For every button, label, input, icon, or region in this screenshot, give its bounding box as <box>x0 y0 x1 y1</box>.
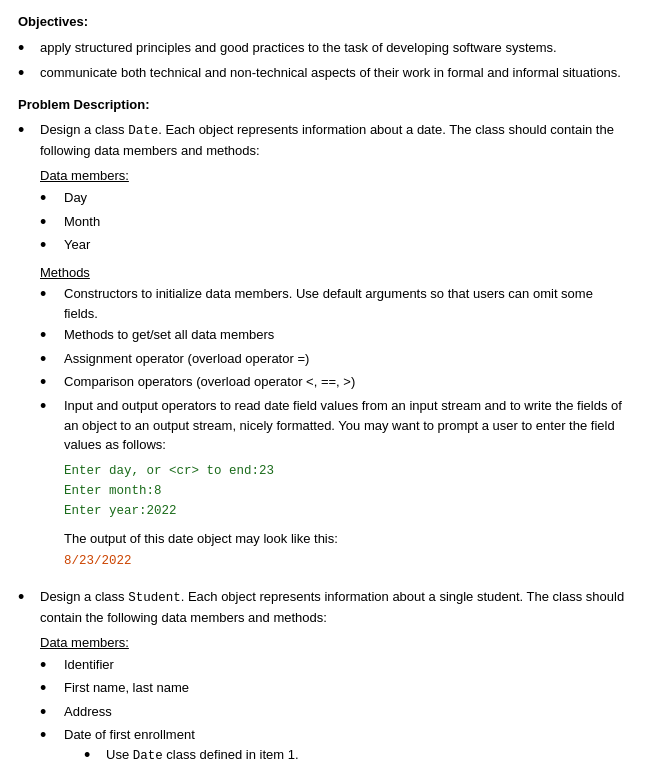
code-line-1: Enter day, or <cr> to end:23 <box>64 461 628 481</box>
list-item: • apply structured principles and good p… <box>18 38 628 60</box>
student-class-code: Student <box>128 591 181 605</box>
date-class-content: Design a class Date. Each object represe… <box>40 120 628 577</box>
student-dm-0: Identifier <box>64 655 628 675</box>
list-item: • Identifier <box>40 655 628 677</box>
code-block: Enter day, or <cr> to end:23 Enter month… <box>64 461 628 521</box>
bullet-icon: • <box>40 725 60 747</box>
date-data-members: Data members: • Day • Month • Year <box>40 166 628 256</box>
method-1: Constructors to initialize data members.… <box>64 284 628 323</box>
data-members-list: • Day • Month • Year <box>40 188 628 257</box>
data-members-title: Data members: <box>40 166 628 186</box>
list-item: • Date of first enrollment • Use Date cl… <box>40 725 628 767</box>
student-intro-text: Design a class Student. Each object repr… <box>40 589 624 625</box>
student-data-members-list: • Identifier • First name, last name • A… <box>40 655 628 768</box>
student-dm-3-sub-1: Use Date class defined in item 1. <box>106 745 628 766</box>
bullet-icon: • <box>18 63 36 85</box>
date-intro-text: Design a class Date. Each object represe… <box>40 122 614 158</box>
problem-description-section: Problem Description: • Design a class Da… <box>18 95 628 767</box>
data-member-day: Day <box>64 188 628 208</box>
method-3: Assignment operator (overload operator =… <box>64 349 628 369</box>
list-item: • communicate both technical and non-tec… <box>18 63 628 85</box>
student-dm-3-text: Date of first enrollment <box>64 727 195 742</box>
student-dm-3-sub: • Use Date class defined in item 1. <box>84 745 628 767</box>
bullet-icon: • <box>40 212 60 234</box>
bullet-icon: • <box>40 349 60 371</box>
output-note: The output of this date object may look … <box>64 529 628 549</box>
bullet-icon: • <box>40 235 60 257</box>
problem-description-title: Problem Description: <box>18 95 628 115</box>
list-item: • Methods to get/set all data members <box>40 325 628 347</box>
bullet-icon: • <box>40 284 60 306</box>
code-line-3: Enter year:2022 <box>64 501 628 521</box>
list-item: • Day <box>40 188 628 210</box>
data-member-year: Year <box>64 235 628 255</box>
data-member-month: Month <box>64 212 628 232</box>
objectives-title: Objectives: <box>18 12 628 32</box>
bullet-icon: • <box>40 188 60 210</box>
bullet-icon: • <box>40 655 60 677</box>
bullet-icon: • <box>40 702 60 724</box>
date-class-code: Date <box>128 124 158 138</box>
bullet-icon: • <box>84 745 102 767</box>
objectives-section: Objectives: • apply structured principle… <box>18 12 628 85</box>
list-item: • Use Date class defined in item 1. <box>84 745 628 767</box>
objectives-item-2: communicate both technical and non-techn… <box>40 63 628 83</box>
problem-list: • Design a class Date. Each object repre… <box>18 120 628 767</box>
list-item-date: • Design a class Date. Each object repre… <box>18 120 628 577</box>
bullet-icon: • <box>18 587 36 609</box>
objectives-list: • apply structured principles and good p… <box>18 38 628 85</box>
date-ref-code: Date <box>133 749 163 763</box>
bullet-icon: • <box>18 38 36 60</box>
bullet-icon: • <box>40 396 60 418</box>
list-item: • Input and output operators to read dat… <box>40 396 628 575</box>
student-data-members: Data members: • Identifier • First name,… <box>40 633 628 767</box>
methods-list: • Constructors to initialize data member… <box>40 284 628 575</box>
method-2: Methods to get/set all data members <box>64 325 628 345</box>
list-item: • Assignment operator (overload operator… <box>40 349 628 371</box>
list-item-student: • Design a class Student. Each object re… <box>18 587 628 767</box>
list-item: • First name, last name <box>40 678 628 700</box>
method-5: Input and output operators to read date … <box>64 396 628 575</box>
student-dm-3: Date of first enrollment • Use Date clas… <box>64 725 628 767</box>
list-item: • Month <box>40 212 628 234</box>
list-item: • Address <box>40 702 628 724</box>
student-dm-2: Address <box>64 702 628 722</box>
list-item: • Constructors to initialize data member… <box>40 284 628 323</box>
methods-section: Methods • Constructors to initialize dat… <box>40 263 628 575</box>
bullet-icon: • <box>40 372 60 394</box>
output-value: 8/23/2022 <box>64 552 628 571</box>
code-line-2: Enter month:8 <box>64 481 628 501</box>
method-4: Comparison operators (overload operator … <box>64 372 628 392</box>
methods-title: Methods <box>40 263 628 283</box>
bullet-icon: • <box>40 325 60 347</box>
student-dm-1: First name, last name <box>64 678 628 698</box>
list-item: • Year <box>40 235 628 257</box>
objectives-item-1: apply structured principles and good pra… <box>40 38 628 58</box>
bullet-icon: • <box>18 120 36 142</box>
student-class-content: Design a class Student. Each object repr… <box>40 587 628 767</box>
list-item: • Comparison operators (overload operato… <box>40 372 628 394</box>
student-data-members-title: Data members: <box>40 633 628 653</box>
bullet-icon: • <box>40 678 60 700</box>
